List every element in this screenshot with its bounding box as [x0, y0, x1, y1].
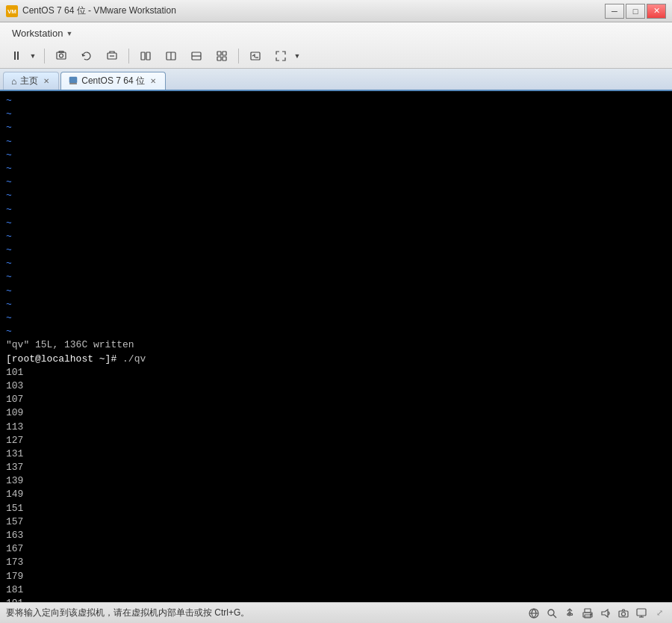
network-icon[interactable] — [527, 607, 541, 620]
revert-button[interactable] — [76, 47, 97, 65]
pause-group: ⏸ ▼ — [6, 47, 38, 65]
view2-button[interactable] — [161, 47, 181, 65]
resize-corner-icon[interactable]: ⤢ — [653, 607, 666, 620]
monitor-icon[interactable] — [635, 607, 648, 620]
svg-rect-19 — [69, 77, 77, 83]
close-button[interactable]: ✕ — [647, 4, 666, 19]
tab-centos[interactable]: CentOS 7 64 位 ✕ — [60, 72, 166, 90]
maximize-button[interactable]: □ — [626, 4, 645, 19]
svg-line-24 — [553, 615, 556, 618]
workstation-label: Workstation — [12, 28, 63, 39]
snapshot2-button[interactable] — [102, 47, 122, 65]
svg-rect-2 — [57, 52, 66, 59]
centos-tab-label: CentOS 7 64 位 — [81, 75, 145, 87]
svg-rect-17 — [251, 52, 260, 60]
svg-rect-31 — [585, 615, 591, 618]
title-bar-left: VM CentOS 7 64 位 - VMware Workstation — [6, 4, 176, 17]
vm-content[interactable]: ~ ~ ~ ~ ~ ~ ~ ~ ~ ~ ~ ~ ~ ~ ~ ~ ~ ~ "qv"… — [0, 91, 672, 602]
view1-button[interactable] — [135, 47, 156, 65]
svg-point-35 — [622, 612, 626, 616]
print-icon[interactable] — [581, 607, 594, 620]
svg-point-27 — [567, 613, 569, 615]
svg-rect-28 — [570, 613, 573, 615]
sep2 — [128, 49, 129, 63]
home-tab-close[interactable]: ✕ — [42, 77, 51, 85]
menu-row: Workstation ▼ — [0, 22, 672, 45]
usb-icon[interactable] — [563, 607, 576, 620]
svg-text:VM: VM — [7, 8, 16, 15]
snapshot-button[interactable] — [51, 47, 72, 65]
sep1 — [44, 49, 45, 63]
fullscreen-dropdown[interactable]: ▼ — [292, 47, 302, 65]
workstation-arrow: ▼ — [66, 30, 72, 37]
view3-button[interactable] — [186, 47, 207, 65]
camera-icon[interactable] — [617, 607, 630, 620]
fullscreen-group: ▼ — [270, 47, 302, 65]
home-tab-icon: ⌂ — [11, 76, 16, 87]
fullscreen-button[interactable] — [270, 47, 291, 65]
svg-rect-7 — [141, 52, 145, 60]
title-bar: VM CentOS 7 64 位 - VMware Workstation ─ … — [0, 0, 672, 22]
terminal[interactable]: ~ ~ ~ ~ ~ ~ ~ ~ ~ ~ ~ ~ ~ ~ ~ ~ ~ ~ "qv"… — [0, 91, 672, 602]
svg-point-3 — [60, 54, 63, 58]
pause-button[interactable]: ⏸ — [6, 47, 27, 65]
minimize-button[interactable]: ─ — [605, 4, 624, 19]
svg-point-32 — [591, 613, 592, 615]
toolbar-row: ⏸ ▼ — [0, 45, 672, 68]
svg-rect-36 — [637, 609, 646, 616]
centos-tab-icon — [69, 76, 78, 87]
svg-rect-15 — [217, 57, 221, 61]
status-icons: ⤢ — [527, 607, 666, 620]
sep3 — [238, 49, 239, 63]
svg-rect-20 — [69, 83, 77, 84]
pause-dropdown[interactable]: ▼ — [28, 47, 38, 65]
status-message: 要将输入定向到该虚拟机，请在虚拟机内部单击或按 Ctrl+G。 — [6, 607, 527, 619]
svg-rect-14 — [223, 52, 226, 55]
home-tab-label: 主页 — [20, 75, 38, 87]
svg-point-23 — [548, 610, 554, 616]
menu-bar: Workstation ▼ ⏸ ▼ — [0, 22, 672, 69]
workstation-menu[interactable]: Workstation ▼ — [6, 25, 78, 41]
svg-rect-8 — [146, 52, 150, 60]
centos-tab-close[interactable]: ✕ — [149, 77, 158, 85]
window-title: CentOS 7 64 位 - VMware Workstation — [22, 4, 176, 17]
view4-button[interactable] — [211, 47, 232, 65]
svg-rect-29 — [585, 609, 591, 613]
search-status-icon[interactable] — [545, 607, 559, 620]
title-bar-controls: ─ □ ✕ — [605, 4, 666, 19]
svg-marker-33 — [602, 610, 608, 617]
terminal-button[interactable] — [245, 47, 266, 65]
tabs-bar: ⌂ 主页 ✕ CentOS 7 64 位 ✕ — [0, 69, 672, 91]
status-bar: 要将输入定向到该虚拟机，请在虚拟机内部单击或按 Ctrl+G。 — [0, 602, 672, 623]
tab-home[interactable]: ⌂ 主页 ✕ — [3, 72, 59, 90]
vmware-icon: VM — [6, 5, 18, 17]
sound-icon[interactable] — [599, 607, 612, 620]
svg-rect-13 — [217, 52, 221, 55]
svg-rect-16 — [223, 57, 226, 61]
